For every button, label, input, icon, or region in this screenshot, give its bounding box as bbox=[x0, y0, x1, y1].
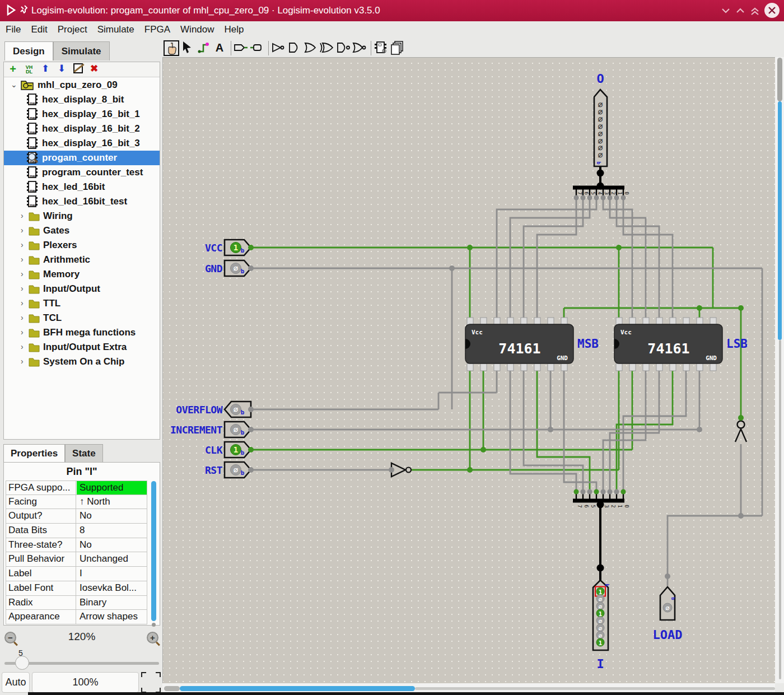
property-row[interactable]: Label FontIosevka Bol... bbox=[6, 581, 147, 596]
tree-circuit-hex_display_16_bit_1[interactable]: manhex_display_16_bit_1 bbox=[4, 107, 160, 122]
property-value[interactable]: 8 bbox=[77, 524, 147, 538]
property-row[interactable]: Output?No bbox=[6, 509, 147, 524]
tree-folder-memory[interactable]: ›Memory bbox=[4, 267, 160, 282]
property-row[interactable]: Pull BehaviorUnchanged bbox=[6, 552, 147, 567]
move-down-icon[interactable]: ⬇ bbox=[56, 63, 67, 76]
edit-tool[interactable] bbox=[180, 40, 195, 56]
add-input-pin-icon[interactable] bbox=[234, 40, 249, 56]
maximize-icon[interactable] bbox=[750, 7, 759, 15]
or-gate-icon[interactable] bbox=[304, 40, 319, 56]
tree-circuit-hex_display_16_bit_3[interactable]: manhex_display_16_bit_3 bbox=[4, 136, 160, 151]
and-gate-icon[interactable] bbox=[287, 40, 303, 56]
svg-text:∅: ∅ bbox=[665, 604, 669, 612]
property-value[interactable]: Arrow shapes bbox=[77, 610, 147, 624]
tree-circuit-hex_led_16bit_test[interactable]: manhex_led_16bit_test bbox=[4, 194, 160, 209]
property-value[interactable]: ↑ North bbox=[77, 495, 147, 509]
tab-simulate[interactable]: Simulate bbox=[53, 41, 110, 60]
zoom-in-icon[interactable]: + bbox=[147, 632, 158, 643]
nand-gate-icon[interactable] bbox=[336, 40, 352, 56]
menu-fpga[interactable]: FPGA bbox=[140, 21, 175, 35]
subcircuit-stack-icon[interactable] bbox=[390, 40, 405, 56]
property-row[interactable]: Data Bits8 bbox=[6, 524, 147, 538]
tab-design[interactable]: Design bbox=[4, 41, 53, 60]
property-label: Appearance bbox=[6, 610, 76, 624]
svg-text:b: b bbox=[241, 268, 245, 275]
property-value[interactable]: No bbox=[77, 538, 147, 552]
circuit-canvas[interactable]: 74161VccGNDMSB74161VccGNDLSBVCC1bGND∅bOV… bbox=[162, 57, 775, 683]
add-output-pin-icon[interactable] bbox=[250, 40, 265, 56]
property-value[interactable]: Supported bbox=[77, 481, 147, 495]
tab-state[interactable]: State bbox=[65, 444, 103, 462]
tree-folder-input-output[interactable]: ›Input/Output bbox=[4, 282, 160, 296]
vertical-scrollbar-indicator[interactable] bbox=[778, 101, 782, 340]
add-circuit-icon[interactable]: + bbox=[7, 63, 18, 76]
move-up-icon[interactable]: ⬆ bbox=[40, 63, 51, 76]
tree-circuit-progam_counter[interactable]: manprogam_counter bbox=[4, 151, 160, 165]
menu-edit[interactable]: Edit bbox=[26, 21, 52, 35]
tree-folder-tcl[interactable]: ›TCL bbox=[4, 311, 160, 325]
svg-text:RST: RST bbox=[205, 464, 223, 476]
tab-properties[interactable]: Properties bbox=[3, 444, 65, 462]
property-value[interactable]: Unchanged bbox=[77, 552, 147, 566]
svg-text:I: I bbox=[596, 657, 604, 671]
tree-circuit-hex_display_8_bit[interactable]: manhex_display_8_bit bbox=[4, 92, 160, 107]
menu-help[interactable]: Help bbox=[220, 21, 249, 35]
tree-folder-bfh-mega-functions[interactable]: ›BFH mega functions bbox=[4, 325, 160, 340]
app-logo-icon bbox=[7, 4, 17, 16]
menu-window[interactable]: Window bbox=[176, 21, 218, 35]
menu-project[interactable]: Project bbox=[53, 21, 92, 35]
svg-text:LOAD: LOAD bbox=[653, 628, 683, 642]
menu-simulate[interactable]: Simulate bbox=[93, 21, 139, 35]
tree-folder-wiring[interactable]: ›Wiring bbox=[4, 209, 160, 223]
add-subcircuit-icon[interactable] bbox=[374, 40, 389, 56]
title-bar[interactable]: Logisim-evolution: progam_counter of mhl… bbox=[0, 0, 784, 21]
svg-text:7: 7 bbox=[577, 505, 582, 507]
tree-folder-system-on-a-chip[interactable]: ›System On a Chip bbox=[4, 355, 160, 369]
tree-circuit-program_counter_test[interactable]: manprogram_counter_test bbox=[4, 165, 160, 180]
tree-folder-plexers[interactable]: ›Plexers bbox=[4, 238, 160, 253]
property-value[interactable]: Binary bbox=[77, 596, 147, 610]
vertical-scrollbar-thumb[interactable] bbox=[777, 58, 782, 101]
auto-button[interactable]: Auto bbox=[2, 672, 30, 693]
properties-table: FPGA suppo...SupportedFacing↑ NorthOutpu… bbox=[6, 481, 147, 624]
vhdl-icon[interactable]: VHDL bbox=[24, 63, 35, 76]
tree-circuit-hex_display_16_bit_2[interactable]: manhex_display_16_bit_2 bbox=[4, 122, 160, 136]
property-value[interactable]: No bbox=[77, 509, 147, 523]
window-bottom-edge bbox=[28, 692, 784, 695]
edit-icon[interactable] bbox=[72, 63, 83, 76]
not-gate-icon[interactable] bbox=[271, 40, 287, 56]
svg-text:b: b bbox=[241, 409, 245, 416]
property-value[interactable]: Iosevka Bol... bbox=[77, 581, 147, 595]
property-row[interactable]: Three-state?No bbox=[6, 538, 147, 553]
property-row[interactable]: RadixBinary bbox=[6, 596, 147, 610]
tree-root[interactable]: ⌄mhl_cpu_zero_09 bbox=[4, 78, 160, 92]
tree-folder-arithmetic[interactable]: ›Arithmetic bbox=[4, 253, 160, 267]
property-row[interactable]: FPGA suppo...Supported bbox=[6, 481, 147, 495]
tree-folder-input-output-extra[interactable]: ›Input/Output Extra bbox=[4, 340, 160, 355]
property-value[interactable]: I bbox=[77, 567, 147, 581]
tree-circuit-hex_led_16bit[interactable]: manhex_led_16bit bbox=[4, 180, 160, 194]
property-row[interactable]: AppearanceArrow shapes bbox=[6, 610, 147, 624]
zoom-slider-thumb[interactable] bbox=[15, 656, 29, 670]
svg-text:b: b bbox=[241, 247, 245, 254]
nor-gate-icon[interactable] bbox=[352, 40, 368, 56]
property-row[interactable]: LabelI bbox=[6, 567, 147, 581]
text-tool[interactable]: A bbox=[212, 40, 228, 56]
poke-tool[interactable] bbox=[164, 40, 179, 56]
minimize-icon[interactable] bbox=[721, 7, 730, 14]
svg-text:VCC: VCC bbox=[205, 242, 222, 254]
close-button[interactable] bbox=[764, 3, 780, 18]
xor-gate-icon[interactable] bbox=[320, 40, 335, 56]
selection-tool-button[interactable] bbox=[141, 672, 161, 693]
tree-folder-gates[interactable]: ›Gates bbox=[4, 223, 160, 238]
horizontal-scrollbar-cap[interactable] bbox=[164, 686, 180, 691]
menu-file[interactable]: File bbox=[1, 21, 25, 35]
horizontal-scrollbar-thumb[interactable] bbox=[180, 686, 415, 691]
zoom-100-button[interactable]: 100% bbox=[32, 672, 139, 693]
wire-tool[interactable] bbox=[196, 40, 212, 56]
tree-folder-ttl[interactable]: ›TTL bbox=[4, 296, 160, 311]
property-row[interactable]: Facing↑ North bbox=[6, 495, 147, 510]
properties-scrollbar[interactable] bbox=[151, 481, 156, 621]
restore-icon[interactable] bbox=[736, 7, 745, 14]
delete-icon[interactable]: ✖ bbox=[88, 63, 100, 76]
